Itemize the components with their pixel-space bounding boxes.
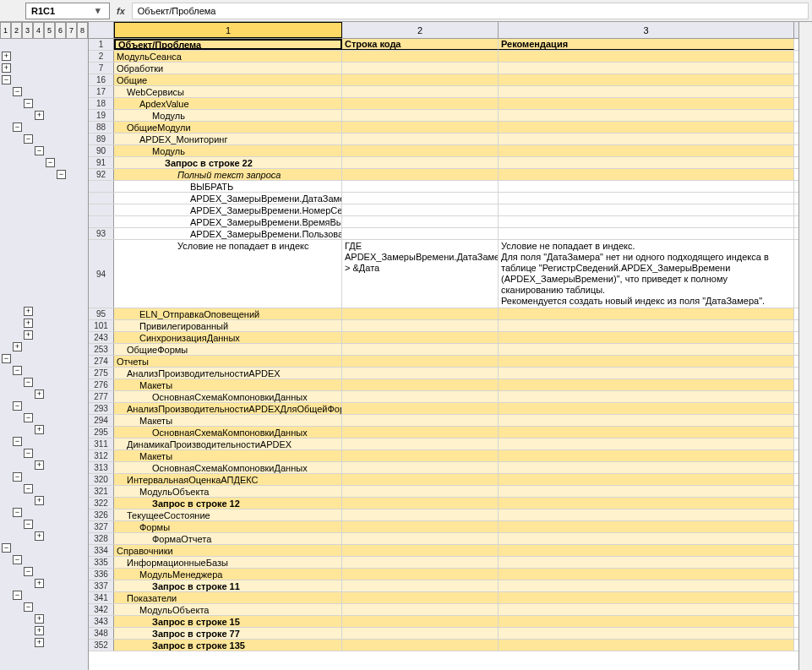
outline-toggle[interactable]: − [13, 508, 22, 517]
outline-toggle[interactable]: + [24, 307, 33, 316]
row-number[interactable]: 326 [89, 509, 114, 520]
cell-object[interactable]: Запрос в строке 22 [114, 157, 342, 168]
cell-codeline[interactable] [342, 509, 499, 520]
cell-codeline[interactable] [342, 181, 499, 192]
cell-codeline[interactable]: ГДЕAPDEX_ЗамерыВремени.ДатаЗамера > &Дат… [342, 240, 499, 308]
cell-recommendation[interactable] [499, 580, 794, 591]
vertical-scrollbar[interactable] [798, 22, 812, 670]
cell-codeline[interactable] [342, 533, 499, 544]
row-number[interactable]: 19 [89, 110, 114, 121]
cell-object[interactable]: ОсновнаяСхемаКомпоновкиДанных [114, 462, 342, 473]
cell-codeline[interactable] [342, 391, 499, 402]
cell-codeline[interactable] [342, 379, 499, 390]
cell-codeline[interactable] [342, 133, 499, 144]
outline-toggle[interactable]: − [2, 75, 11, 84]
cell-codeline[interactable] [342, 110, 499, 121]
cell-recommendation[interactable] [499, 640, 794, 651]
cell-recommendation[interactable] [499, 320, 794, 331]
cell-recommendation[interactable] [499, 193, 794, 204]
outline-level-4[interactable]: 4 [33, 22, 44, 39]
cell-object[interactable]: Обработки [114, 63, 342, 74]
row-number[interactable]: 337 [89, 580, 114, 591]
cell-object[interactable]: ИнформационныеБазы [114, 557, 342, 568]
cell-recommendation[interactable] [499, 308, 794, 319]
cell-recommendation[interactable] [499, 133, 794, 144]
outline-toggle[interactable]: + [35, 614, 44, 624]
cell-object[interactable]: APDEX_ЗамерыВремени.ДатаЗамера, [114, 193, 342, 204]
cell-object[interactable]: АнализПроизводительностиAPDEX [114, 368, 342, 379]
cell-object[interactable]: Полный текст запроса [114, 169, 342, 180]
cell-codeline[interactable] [342, 569, 499, 580]
row-number[interactable]: 313 [89, 462, 114, 473]
cell-object[interactable]: Макеты [114, 415, 342, 426]
row-number[interactable]: 1 [89, 39, 114, 50]
cell-object[interactable]: Запрос в строке 135 [114, 640, 342, 651]
cell-recommendation[interactable] [499, 110, 794, 121]
row-number[interactable]: 322 [89, 498, 114, 509]
row-number[interactable]: 336 [89, 569, 114, 580]
cell-codeline[interactable] [342, 98, 499, 109]
cell-codeline[interactable] [342, 498, 499, 509]
column-header-3[interactable]: 3 [499, 22, 794, 38]
cell-codeline[interactable] [342, 557, 499, 568]
cell-recommendation[interactable] [499, 628, 794, 639]
cell-object[interactable]: APDEX_ЗамерыВремени.Пользователь КАК Имя… [114, 228, 342, 239]
cell-recommendation[interactable] [499, 98, 794, 109]
cell-object[interactable]: Показатели [114, 592, 342, 603]
column-header-1[interactable]: 1 [114, 22, 342, 38]
outline-toggle[interactable]: − [24, 378, 33, 387]
cell-codeline[interactable] [342, 86, 499, 97]
cell-object[interactable]: Формы [114, 521, 342, 532]
outline-toggle[interactable]: + [35, 638, 44, 647]
column-header-2[interactable]: 2 [342, 22, 499, 38]
row-number[interactable]: 341 [89, 592, 114, 603]
cell-object[interactable]: МодульМенеджера [114, 569, 342, 580]
cell-recommendation[interactable] [499, 462, 794, 473]
cell-codeline[interactable] [342, 462, 499, 473]
cell-codeline[interactable] [342, 403, 499, 414]
cell-codeline[interactable] [342, 169, 499, 180]
cell-codeline[interactable] [342, 145, 499, 156]
cell-codeline[interactable] [342, 216, 499, 227]
cell-recommendation[interactable] [499, 498, 794, 509]
cell-object[interactable]: Запрос в строке 15 [114, 616, 342, 627]
cell-object[interactable]: АнализПроизводительностиAPDEXДляОбщейФор… [114, 403, 342, 414]
cell-recommendation[interactable] [499, 592, 794, 603]
cell-codeline[interactable] [342, 521, 499, 532]
cell-codeline[interactable] [342, 74, 499, 85]
cell-object[interactable]: ОбщиеФормы [114, 344, 342, 355]
cell-object[interactable]: ВЫБРАТЬ [114, 181, 342, 192]
row-number[interactable]: 293 [89, 403, 114, 414]
row-number[interactable]: 253 [89, 344, 114, 355]
cell-recommendation[interactable] [499, 450, 794, 461]
cell-codeline[interactable] [342, 604, 499, 615]
name-box-dropdown-icon[interactable]: ▾ [92, 5, 104, 16]
cell-object[interactable]: МодульОбъекта [114, 486, 342, 497]
cell-object[interactable]: ФормаОтчета [114, 533, 342, 544]
cell-object[interactable]: Модуль [114, 110, 342, 121]
outline-level-7[interactable]: 7 [66, 22, 77, 39]
outline-toggle[interactable]: − [13, 472, 22, 482]
outline-level-8[interactable]: 8 [77, 22, 88, 39]
cell-recommendation[interactable] [499, 533, 794, 544]
cell-object[interactable]: Модуль [114, 145, 342, 156]
outline-toggle[interactable]: + [35, 579, 44, 588]
row-number[interactable]: 277 [89, 391, 114, 402]
row-number[interactable] [89, 181, 114, 192]
outline-toggle[interactable]: − [24, 567, 33, 576]
outline-level-2[interactable]: 2 [11, 22, 22, 39]
header-cell-recommendation[interactable]: Рекомендация [499, 39, 794, 50]
cell-object[interactable]: ТекущееСостояние [114, 509, 342, 520]
row-number[interactable]: 343 [89, 616, 114, 627]
cell-object[interactable]: МодульСеанса [114, 51, 342, 62]
cell-object[interactable]: МодульОбъекта [114, 604, 342, 615]
outline-level-3[interactable]: 3 [22, 22, 33, 39]
cell-recommendation[interactable] [499, 169, 794, 180]
outline-toggle[interactable]: + [35, 531, 44, 541]
cell-recommendation[interactable] [499, 486, 794, 497]
cell-object[interactable]: ОсновнаяСхемаКомпоновкиДанных [114, 427, 342, 438]
outline-toggle[interactable]: − [57, 170, 66, 179]
outline-toggle[interactable]: − [24, 484, 33, 493]
row-number[interactable]: 95 [89, 308, 114, 319]
header-cell-codeline[interactable]: Строка кода [342, 39, 499, 50]
